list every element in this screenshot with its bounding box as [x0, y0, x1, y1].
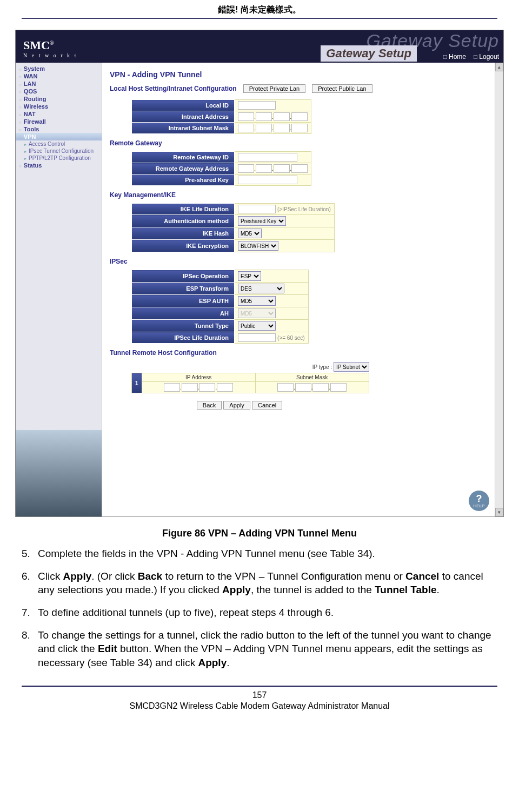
back-button[interactable]: Back: [197, 401, 222, 410]
ike-table: IKE Life Duration (>IPSec Life Duration)…: [131, 203, 335, 252]
remote-gw-addr-2[interactable]: [256, 164, 272, 173]
intranet-addr-3[interactable]: [274, 112, 290, 121]
nav-vpn[interactable]: VPN: [16, 133, 102, 140]
help-button[interactable]: ? HELP: [469, 491, 489, 511]
nav-lan[interactable]: LAN: [16, 80, 102, 88]
intranet-addr-1[interactable]: [238, 112, 254, 121]
help-icon: ?: [476, 494, 482, 504]
ike-life-label: IKE Life Duration: [132, 204, 235, 215]
apply-button[interactable]: Apply: [223, 401, 250, 410]
scroll-up-icon[interactable]: ▴: [495, 63, 503, 71]
esp-transform-label: ESP Transform: [132, 283, 235, 295]
step-7-num: 7.: [22, 606, 34, 620]
step-6-num: 6.: [22, 569, 34, 597]
nav-system[interactable]: System: [16, 65, 102, 72]
ip-addr-3[interactable]: [199, 383, 215, 392]
nav-firewall[interactable]: Firewall: [16, 118, 102, 125]
local-id-input[interactable]: [238, 101, 276, 110]
tunnel-remote-heading: Tunnel Remote Host Configuration: [110, 349, 487, 357]
step-6-text: Click Apply. (Or click Back to return to…: [38, 569, 497, 597]
help-label: HELP: [474, 504, 485, 508]
nav-routing[interactable]: Routing: [16, 95, 102, 103]
protect-public-lan-button[interactable]: Protect Public Lan: [312, 84, 372, 93]
vpn-screenshot: SMC® N e t w o r k s Gateway Setup Gatew…: [15, 30, 504, 517]
logo-subtext: N e t w o r k s: [23, 52, 78, 58]
intranet-addr-4[interactable]: [291, 112, 308, 121]
page-number: 157: [22, 690, 497, 700]
ah-select: MD5: [238, 308, 276, 318]
ike-heading: Key Management/IKE: [110, 191, 487, 199]
nav-ipsec-tunnel[interactable]: IPsec Tunnel Configuration: [16, 147, 102, 155]
top-nav: Home Logout: [443, 53, 499, 61]
remote-gw-addr-3[interactable]: [274, 164, 290, 173]
intranet-mask-4[interactable]: [291, 124, 308, 132]
ip-addr-4[interactable]: [217, 383, 233, 392]
esp-auth-label: ESP AUTH: [132, 295, 235, 307]
row-index: 1: [132, 373, 142, 393]
scrollbar[interactable]: ▴ ▾: [495, 63, 503, 516]
intranet-mask-1[interactable]: [238, 124, 254, 132]
ike-auth-select[interactable]: Preshared Key: [238, 216, 286, 226]
intranet-mask-3[interactable]: [274, 124, 290, 132]
intranet-addr-2[interactable]: [256, 112, 272, 121]
remote-gw-addr-1[interactable]: [238, 164, 254, 173]
page-footer: 157 SMCD3GN2 Wireless Cable Modem Gatewa…: [22, 686, 497, 711]
step-8-num: 8.: [22, 628, 34, 670]
ipsec-heading: IPSec: [110, 258, 487, 265]
tunnel-type-select[interactable]: Public: [238, 321, 276, 331]
intranet-mask-label: Intranet Subnet Mask: [132, 123, 235, 134]
smc-logo: SMC® N e t w o r k s: [16, 34, 85, 63]
logout-link[interactable]: Logout: [474, 53, 499, 61]
scroll-down-icon[interactable]: ▾: [495, 508, 503, 516]
home-link[interactable]: Home: [443, 53, 466, 61]
remote-gw-addr-label: Remote Gateway Address: [132, 163, 235, 175]
ip-type-label: IP type :: [312, 364, 332, 370]
ip-mask-3[interactable]: [312, 383, 329, 392]
step-7: 7. To define additional tunnels (up to f…: [22, 606, 497, 620]
intranet-mask-2[interactable]: [256, 124, 272, 132]
overlay-title: Gateway Setup: [321, 45, 417, 62]
local-id-label: Local ID: [132, 100, 235, 111]
ip-mask-1[interactable]: [277, 383, 294, 392]
intranet-addr-label: Intranet Address: [132, 111, 235, 123]
remote-gw-addr-4[interactable]: [291, 164, 308, 173]
nav-wireless[interactable]: Wireless: [16, 103, 102, 110]
esp-auth-select[interactable]: MD5: [238, 296, 276, 306]
ike-enc-select[interactable]: BLOWFISH: [238, 241, 278, 251]
ike-hash-select[interactable]: MD5: [238, 229, 262, 238]
figure-caption: Figure 86 VPN – Adding VPN Tunnel Menu: [0, 528, 519, 539]
ike-auth-label: Authentication method: [132, 215, 235, 227]
ip-addr-2[interactable]: [182, 383, 198, 392]
instructions: 5. Complete the fields in the VPN - Addi…: [0, 547, 519, 669]
nav-qos[interactable]: QOS: [16, 88, 102, 95]
esp-transform-select[interactable]: DES: [238, 284, 284, 293]
ip-mask-4[interactable]: [330, 383, 347, 392]
main-panel: VPN - Adding VPN Tunnel Local Host Setti…: [102, 63, 495, 516]
nav-tools[interactable]: Tools: [16, 125, 102, 133]
ip-addr-1[interactable]: [164, 383, 180, 392]
nav-nat[interactable]: NAT: [16, 110, 102, 118]
ike-life-input[interactable]: [238, 205, 276, 213]
logo-reg: ®: [50, 40, 54, 46]
nav-pptp-l2tp[interactable]: PPTP/L2TP Configuration: [16, 155, 102, 162]
remote-gateway-table: Remote Gateway ID Remote Gateway Address…: [131, 151, 311, 186]
nav-access-control[interactable]: Access Control: [16, 140, 102, 147]
ipsec-life-label: IPSec Life Duration: [132, 332, 235, 344]
psk-input[interactable]: [238, 176, 297, 184]
local-host-heading: Local Host Setting/Intranet Configuratio…: [110, 85, 237, 92]
nav-wan[interactable]: WAN: [16, 72, 102, 80]
nav-status[interactable]: Status: [16, 162, 102, 169]
ip-mask-2[interactable]: [295, 383, 311, 392]
cancel-button[interactable]: Cancel: [252, 401, 282, 410]
step-5-text: Complete the fields in the VPN - Adding …: [38, 547, 375, 561]
remote-gw-id-input[interactable]: [238, 153, 297, 162]
nav-list: System WAN LAN QOS Routing Wireless NAT …: [16, 63, 102, 171]
step-7-text: To define additional tunnels (up to five…: [38, 606, 334, 620]
ipsec-life-input[interactable]: [238, 333, 276, 342]
sidebar-image: [16, 430, 102, 516]
sidebar: System WAN LAN QOS Routing Wireless NAT …: [16, 63, 102, 516]
app-header: SMC® N e t w o r k s Gateway Setup Gatew…: [16, 30, 503, 63]
ip-type-select[interactable]: IP Subnet: [334, 362, 369, 372]
protect-private-lan-button[interactable]: Protect Private Lan: [243, 84, 306, 93]
ipsec-op-select[interactable]: ESP: [238, 271, 261, 281]
